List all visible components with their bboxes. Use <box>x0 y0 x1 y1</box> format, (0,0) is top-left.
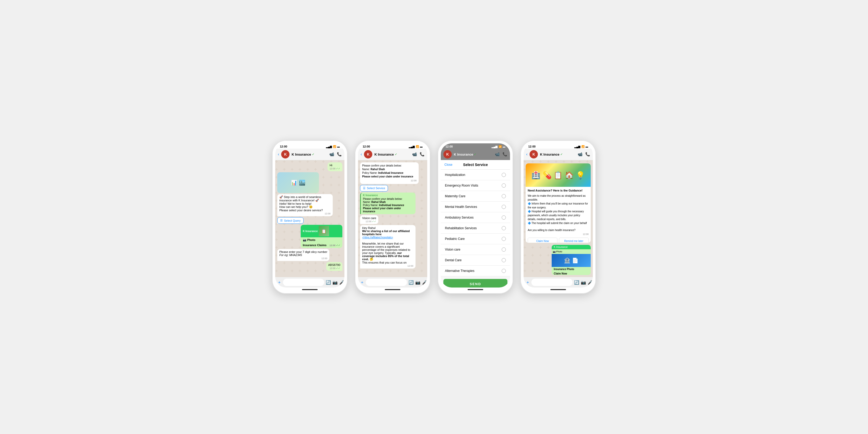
radio-dental[interactable] <box>502 258 506 262</box>
plus-icon-4[interactable]: ＋ <box>526 280 530 285</box>
service-item-hospitalization[interactable]: Hospitalization <box>441 170 510 180</box>
claim-question: Are you willing to claim health insuranc… <box>528 229 576 232</box>
contact-name-3: K Insurance ✓ <box>454 153 493 156</box>
msg-hospitals: Hey RahulWe're sharing a list of our aff… <box>360 225 415 269</box>
header-icons-4: 📹 📞 <box>578 152 590 157</box>
select-query-button[interactable]: ☰ Select Query <box>277 217 304 224</box>
sticker-icon-1[interactable]: 🔄 <box>326 280 331 285</box>
status-icons-1: ▂▄▆ 📶 ▬ <box>326 145 340 148</box>
back-button-1[interactable]: ‹ <box>278 152 279 157</box>
signal-icon-4: ▂▄▆ <box>574 145 580 148</box>
wifi-icon-4: 📶 <box>581 145 585 148</box>
chat-bg-2: Please confirm your details below:Name: … <box>358 160 427 277</box>
back-button-4[interactable]: ‹ <box>526 152 527 157</box>
claim-now-button[interactable]: Claim Now <box>528 238 557 243</box>
video-icon-4[interactable]: 📹 <box>578 152 583 157</box>
service-item-ambulatory[interactable]: Ambulatory Services <box>441 212 510 223</box>
remind-later-button[interactable]: Remind me later <box>559 238 589 243</box>
service-item-mental[interactable]: Mental Health Services <box>441 202 510 212</box>
phone-icon-2[interactable]: 📞 <box>420 152 425 157</box>
msg-vision-care: Vision care 12:00 ✓✓ <box>360 215 378 224</box>
header-icons-1: 📹 📞 <box>329 152 342 157</box>
time-4: 12:00 <box>528 145 535 148</box>
radio-pediatric[interactable] <box>502 237 506 241</box>
banner-image-1: 📊 🏙️ <box>277 172 319 193</box>
avatar-3: K <box>443 150 452 159</box>
input-bar-4: ＋ 🔄 📷 🎤 <box>524 277 593 288</box>
wifi-icon: 📶 <box>333 145 336 148</box>
phone-3: 12:00 ▂▄▆ 📶 ▬ K K Insurance ✓ 📹 <box>438 140 513 294</box>
service-item-maternity[interactable]: Maternity Care <box>441 191 510 202</box>
radio-rehab[interactable] <box>502 226 506 230</box>
plus-icon-2[interactable]: ＋ <box>360 280 364 285</box>
mic-icon-4[interactable]: 🎤 <box>588 280 593 285</box>
guidance-title: Need Assistance? Here is the Guidance! <box>528 188 589 193</box>
camera-icon-4[interactable]: 📷 <box>581 280 586 285</box>
radio-ambulatory[interactable] <box>502 215 506 220</box>
phone-2: 12:00 ▂▄▆ 📶 ▬ ‹ K K Insurance ✓ 📹 <box>355 140 430 294</box>
chat-header-2: ‹ K K Insurance ✓ 📹 📞 <box>358 148 427 160</box>
phone-icon-1[interactable]: 📞 <box>337 152 342 157</box>
status-icons-3: ▂▄▆ 📶 ▬ <box>492 145 505 148</box>
battery-icon-4: ▬ <box>586 145 588 148</box>
message-input-2[interactable] <box>366 279 407 286</box>
wifi-icon-3: 📶 <box>499 145 502 148</box>
video-icon-2[interactable]: 📹 <box>412 152 417 157</box>
msg-policy-prompt: Please enter your 7 digit olicy numberFo… <box>277 249 329 261</box>
message-input-4[interactable] <box>531 279 572 286</box>
contact-name-2: K Insurance ✓ <box>374 153 410 156</box>
radio-emergency[interactable] <box>502 183 506 188</box>
guidance-point-1: 🔷 Inform them that you'll be using our i… <box>528 202 588 209</box>
radio-vision[interactable] <box>502 247 506 252</box>
phone-1: 12:00 ▂▄▆ 📶 ▬ ‹ K K Insurance ✓ 📹 <box>272 140 347 294</box>
radio-hospitalization[interactable] <box>502 173 506 177</box>
action-buttons: Claim Now Remind me later <box>528 238 589 243</box>
mic-icon-1[interactable]: 🎤 <box>339 280 344 285</box>
back-button-2[interactable]: ‹ <box>361 152 362 157</box>
status-bar-4: 12:00 ▂▄▆ 📶 ▬ <box>524 143 593 148</box>
header-info-1: K Insurance ✓ <box>291 153 327 156</box>
status-icons-4: ▂▄▆ 📶 ▬ <box>574 145 588 148</box>
message-input-1[interactable] <box>283 279 324 286</box>
k-insurance-label: K Insurance <box>303 230 318 233</box>
send-button[interactable]: SEND <box>443 279 507 288</box>
contact-name-1: K Insurance ✓ <box>291 153 327 156</box>
time-2: 12:00 <box>363 145 370 148</box>
home-indicator-1 <box>302 289 318 290</box>
guidance-point-2: 🔷 Hospital will guide you through the ne… <box>528 210 584 221</box>
service-item-vision[interactable]: Vision care <box>441 244 510 255</box>
service-screen: Close Select Service Hospitalization Eme… <box>441 160 510 288</box>
radio-maternity[interactable] <box>502 194 506 198</box>
service-item-rehab[interactable]: Rehabilitation Services <box>441 223 510 234</box>
guidance-card: 🏥 💊 📋 🏠 💡 Need Assistance? Here is the G… <box>526 163 591 243</box>
service-item-dental[interactable]: Dental Care <box>441 255 510 266</box>
guidance-image: 🏥 💊 📋 🏠 💡 <box>526 163 591 187</box>
phone-icon-3[interactable]: 📞 <box>502 152 507 157</box>
radio-alternative[interactable] <box>502 269 506 273</box>
service-item-alternative[interactable]: Alternative Therapies <box>441 266 510 276</box>
insurance-photo-bubble: K Insurance 📷 Photo 🏦 📄 Insurance Photo … <box>552 245 591 275</box>
phone-icon-4[interactable]: 📞 <box>585 152 590 157</box>
radio-mental[interactable] <box>502 205 506 209</box>
sticker-icon-2[interactable]: 🔄 <box>408 280 414 285</box>
select-service-button[interactable]: ☰ Select Service <box>360 185 388 192</box>
sticker-icon-4[interactable]: 🔄 <box>574 280 579 285</box>
verified-icon-4: ✓ <box>560 153 563 156</box>
service-item-emergency[interactable]: Emergency Room Visits <box>441 180 510 191</box>
service-item-pediatric[interactable]: Pediatric Care <box>441 234 510 244</box>
avatar-4: K <box>530 150 538 159</box>
battery-icon-2: ▬ <box>420 145 423 148</box>
video-icon-3[interactable]: 📹 <box>495 152 500 157</box>
guidance-point-3: 🔷 The hospital will submit the claim on … <box>528 222 587 225</box>
phone-3-screen: 12:00 ▂▄▆ 📶 ▬ K K Insurance ✓ 📹 <box>441 143 510 288</box>
scene: 12:00 ▂▄▆ 📶 ▬ ‹ K K Insurance ✓ 📹 <box>262 130 606 304</box>
camera-icon-2[interactable]: 📷 <box>415 280 421 285</box>
insurance-claims-bubble: K Insurance 📋 📷 Photo Insurance Claims 1… <box>301 225 342 248</box>
plus-icon-1[interactable]: ＋ <box>277 280 281 285</box>
input-bar-2: ＋ 🔄 📷 🎤 <box>358 277 427 288</box>
video-icon-1[interactable]: 📹 <box>329 152 334 157</box>
mic-icon-2[interactable]: 🎤 <box>422 280 427 285</box>
signal-icon: ▂▄▆ <box>326 145 332 148</box>
close-button[interactable]: Close <box>444 163 453 167</box>
camera-icon-1[interactable]: 📷 <box>333 280 338 285</box>
